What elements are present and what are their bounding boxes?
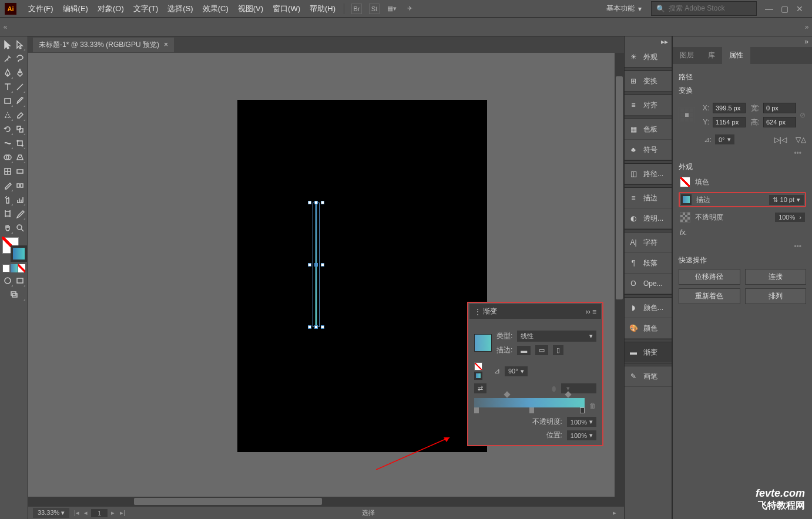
magic-wand-tool[interactable] [2,52,14,65]
reverse-gradient[interactable]: ⇄ [474,383,486,393]
vertical-scrollbar[interactable] [615,53,624,497]
screen-mode[interactable] [15,274,26,287]
curvature-tool[interactable] [15,66,26,79]
stroke-grad-1[interactable]: ▬ [517,346,531,355]
gradient-angle[interactable]: 90° ▾ [505,366,528,376]
hand-tool[interactable] [2,221,14,234]
dock-paragraph[interactable]: ¶段落 [625,253,672,274]
arrange-button[interactable]: 排列 [745,288,807,304]
maximize-button[interactable]: ▢ [777,3,792,15]
grad-fill-proxy[interactable] [474,362,482,370]
rectangle-tool[interactable] [2,95,14,107]
selected-object[interactable] [310,203,323,327]
blend-tool[interactable] [15,179,26,192]
dock-brushes[interactable]: ✎画笔 [625,366,672,387]
x-field[interactable] [713,103,746,113]
menu-file[interactable]: 文件(F) [24,4,58,14]
gradient-grip-icon[interactable]: ⋮ [474,308,481,316]
width-tool[interactable] [2,137,14,150]
shaper-tool[interactable] [2,109,14,122]
dock-align[interactable]: ≡对齐 [625,95,672,116]
join-button[interactable]: 连接 [745,269,807,285]
flip-h-icon[interactable]: ▷|◁ [774,136,787,144]
shape-builder-tool[interactable] [2,151,14,164]
pen-tool[interactable] [2,66,14,79]
stroke-grad-2[interactable]: ▭ [535,345,548,355]
free-transform-tool[interactable] [15,137,26,150]
dock-swatches[interactable]: ▦色板 [625,119,672,140]
scale-tool[interactable] [15,123,26,136]
close-tab-icon[interactable]: × [164,41,168,49]
menu-window[interactable]: 窗口(W) [268,4,305,14]
dock-character[interactable]: A|字符 [625,232,672,253]
dock-color[interactable]: 🎨颜色 [625,318,672,339]
aspect-icon[interactable]: ⬮ [552,385,556,393]
artboard-num[interactable]: 1 [91,509,108,517]
h-field[interactable] [763,117,796,127]
menu-object[interactable]: 对象(O) [93,4,129,14]
document-tab[interactable]: 未标题-1* @ 33.33% (RGB/GPU 预览)× [33,38,174,52]
fill-swatch[interactable] [680,177,690,187]
last-artboard[interactable]: ▸| [118,509,126,517]
strip-collapse-right[interactable]: » [801,23,812,31]
first-artboard[interactable]: |◂ [72,509,80,517]
arrange-icon[interactable]: ▦▾ [387,4,397,14]
close-button[interactable]: ✕ [792,3,807,15]
gradient-preview[interactable] [474,334,492,352]
dock-symbols[interactable]: ♣符号 [625,140,672,160]
gradient-ramp[interactable] [474,398,585,407]
recolor-button[interactable]: 重新着色 [679,288,740,304]
stroke-swatch[interactable] [681,194,692,205]
dock-transform[interactable]: ⊞变换 [625,71,672,92]
stop-opacity[interactable]: 100% ▾ [567,417,596,427]
gradient-menu[interactable]: ≡ [592,308,596,316]
perspective-tool[interactable] [15,151,26,164]
menu-view[interactable]: 视图(V) [233,4,268,14]
gradient-stop-3[interactable] [580,407,585,413]
gradient-stop-2[interactable] [529,407,534,413]
dock-gradient[interactable]: ▬渐变 [625,342,672,363]
stroke-weight[interactable]: ⇅ 10 pt ▾ [769,195,804,205]
selection-tool[interactable] [2,38,14,51]
transform-more[interactable]: ••• [679,148,806,159]
link-wh-icon[interactable]: ⊘ [800,111,806,119]
symbol-sprayer-tool[interactable] [2,193,14,206]
graph-tool[interactable] [15,193,26,206]
zoom-dropdown[interactable]: 33.33% ▾ [33,508,69,518]
tab-libraries[interactable]: 库 [701,47,722,64]
gradient-collapse[interactable]: ›› [586,308,590,316]
panel-collapse[interactable]: » [673,36,812,47]
prev-artboard[interactable]: ◂ [82,509,90,517]
stroke-grad-3[interactable]: ▯ [553,345,563,355]
delete-stop-icon[interactable]: 🗑 [589,402,596,410]
dock-expand[interactable]: ▸▸ [625,36,672,47]
minimize-button[interactable]: ― [761,3,777,15]
workspace-switcher[interactable]: 基本功能▾ [600,2,647,15]
stop-position[interactable]: 100% ▾ [567,430,596,440]
gradient-type[interactable]: 线性▾ [517,331,596,342]
artboard-tool[interactable] [2,207,14,220]
bridge-icon[interactable]: Br [351,4,362,14]
eyedropper-tool[interactable] [2,179,14,192]
dock-opentype[interactable]: OOpe... [625,274,672,294]
color-mode-swatches[interactable] [2,264,25,272]
dock-colorguide[interactable]: ◗颜色... [625,298,672,318]
type-tool[interactable] [2,80,14,93]
next-artboard[interactable]: ▸ [109,509,117,517]
status-play[interactable]: ▸ [610,509,619,517]
direct-selection-tool[interactable] [15,38,26,51]
mesh-tool[interactable] [2,165,14,178]
gradient-tool[interactable] [15,165,26,178]
horizontal-scrollbar[interactable] [28,497,624,506]
dock-transparency[interactable]: ◐透明... [625,208,672,229]
dock-pathfinder[interactable]: ◫路径... [625,164,672,184]
stock-icon[interactable]: St [369,4,380,14]
strip-collapse-left[interactable]: « [0,23,11,31]
appearance-more[interactable]: ••• [679,241,806,252]
fx-button[interactable]: fx. [680,228,687,237]
slice-tool[interactable] [15,207,26,220]
zoom-tool[interactable] [15,221,26,234]
y-field[interactable] [713,117,746,127]
gpu-icon[interactable]: ✈ [404,4,415,14]
rotate-tool[interactable] [2,123,14,136]
